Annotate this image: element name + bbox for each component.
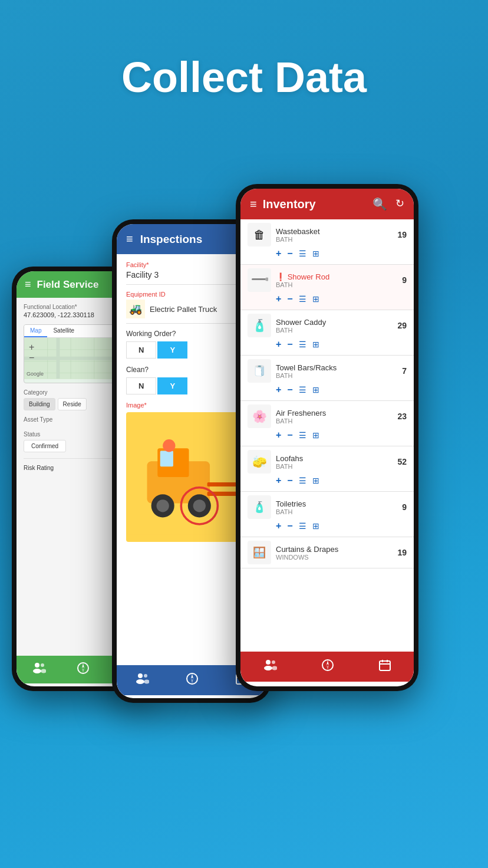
inv-item-img-curtains: 🪟 — [248, 541, 271, 564]
inv-list-icon-lo[interactable]: ☰ — [299, 476, 306, 485]
inv-item-showerrod: Shower Rod BATH 9 + − ☰ ⊞ — [240, 265, 414, 310]
inv-item-towelbars: 🧻 Towel Bars/Racks BATH 7 + − ☰ ⊞ — [240, 356, 414, 401]
svg-point-12 — [41, 669, 46, 673]
inv-item-img-wastebasket: 🗑 — [248, 223, 271, 246]
inv-item-wastebasket: 🗑 Wastebasket BATH 19 + − ☰ ⊞ — [240, 219, 414, 265]
inv-list-icon[interactable]: ☰ — [299, 249, 306, 258]
inv-item-actions-toiletries: + − ☰ ⊞ — [248, 519, 407, 533]
inv-list: 🗑 Wastebasket BATH 19 + − ☰ ⊞ — [240, 219, 414, 682]
svg-point-10 — [33, 669, 41, 673]
ins-clean-y[interactable]: Y — [157, 377, 187, 394]
inv-item-count-loofahs: 52 — [393, 457, 407, 466]
inv-grid-icon[interactable]: ⊞ — [312, 249, 319, 258]
inv-add-btn-tb[interactable]: + — [276, 384, 281, 395]
ins-nav-people[interactable] — [135, 673, 149, 688]
inv-add-btn-sc[interactable]: + — [276, 339, 281, 350]
inv-sub-btn-to[interactable]: − — [287, 521, 292, 531]
map-tab-satellite[interactable]: Satellite — [47, 325, 80, 337]
inv-sub-btn-af[interactable]: − — [287, 430, 292, 440]
inv-nav-calendar[interactable] — [378, 659, 391, 675]
inv-refresh-icon[interactable]: ↻ — [395, 197, 404, 211]
inv-item-name-showerrod: Shower Rod — [276, 272, 388, 281]
inv-list-icon-to[interactable]: ☰ — [299, 521, 306, 531]
ins-working-order-y[interactable]: Y — [157, 341, 187, 359]
inv-sub-btn-sc[interactable]: − — [287, 339, 292, 350]
inv-add-btn-sr[interactable]: + — [276, 294, 281, 304]
ins-hamburger-icon[interactable]: ≡ — [126, 232, 133, 246]
inv-item-info-curtains: Curtains & Drapes WINDOWS — [276, 545, 388, 561]
inv-grid-icon-sr[interactable]: ⊞ — [312, 294, 319, 304]
fs-status-value[interactable]: Confirmed — [24, 440, 66, 452]
fs-category-reside[interactable]: Reside — [58, 398, 87, 410]
inv-item-img-showerrod — [248, 268, 271, 292]
inv-item-count-towelbars: 7 — [393, 366, 407, 376]
inv-grid-icon-tb[interactable]: ⊞ — [312, 385, 319, 394]
inv-item-count-toiletries: 9 — [393, 502, 407, 512]
fs-category-building[interactable]: Building — [24, 398, 55, 410]
inv-item-name-towelbars: Towel Bars/Racks — [276, 363, 388, 372]
inv-grid-icon-sc[interactable]: ⊞ — [312, 340, 319, 349]
svg-point-27 — [193, 499, 206, 512]
svg-point-11 — [41, 663, 44, 667]
svg-marker-51 — [327, 665, 329, 670]
inv-grid-icon-lo[interactable]: ⊞ — [312, 476, 319, 485]
inv-item-name-airfresheners: Air Fresheners — [276, 409, 388, 417]
inv-hamburger-icon[interactable]: ≡ — [250, 198, 257, 211]
ins-working-order-n[interactable]: N — [126, 341, 156, 359]
inv-sub-btn-lo[interactable]: − — [287, 475, 292, 486]
inv-item-info-toiletries: Toiletries BATH — [276, 499, 388, 515]
inv-add-btn-af[interactable]: + — [276, 430, 281, 440]
phone-inventory: ≡ Inventory 🔍 ↻ 🗑 Wastebasket BATH — [236, 184, 418, 691]
inv-bottom-nav — [240, 652, 414, 682]
ins-nav-compass[interactable] — [186, 672, 199, 688]
svg-point-30 — [163, 439, 175, 452]
inv-app-title: Inventory — [263, 198, 316, 211]
inv-item-cat-towelbars: BATH — [276, 372, 388, 379]
inv-item-count-airfresheners: 23 — [393, 412, 407, 421]
inv-item-toiletries: 🧴 Toiletries BATH 9 + − ☰ ⊞ — [240, 492, 414, 537]
inv-sub-btn-tb[interactable]: − — [287, 384, 292, 395]
inv-item-cat-toiletries: BATH — [276, 508, 388, 515]
inv-search-icon[interactable]: 🔍 — [372, 197, 387, 211]
inv-list-icon-tb[interactable]: ☰ — [299, 385, 306, 394]
map-tab-map[interactable]: Map — [24, 325, 47, 337]
inv-item-info-airfresheners: Air Fresheners BATH — [276, 409, 388, 425]
svg-point-44 — [265, 278, 268, 281]
inv-nav-people[interactable] — [263, 659, 277, 674]
inv-grid-icon-af[interactable]: ⊞ — [312, 430, 319, 440]
inv-list-icon-sr[interactable]: ☰ — [299, 294, 306, 304]
inv-item-info-showercaddy: Shower Caddy BATH — [276, 318, 388, 334]
map-zoom-out[interactable]: − — [29, 353, 34, 363]
inv-add-btn-lo[interactable]: + — [276, 475, 281, 486]
inv-item-name-wastebasket: Wastebasket — [276, 227, 388, 236]
hamburger-icon[interactable]: ≡ — [25, 278, 31, 291]
inv-item-name-loofahs: Loofahs — [276, 454, 388, 463]
fs-nav-people[interactable] — [32, 662, 46, 677]
inv-list-icon-af[interactable]: ☰ — [299, 430, 306, 440]
inv-item-loofahs: 🧽 Loofahs BATH 52 + − ☰ ⊞ — [240, 446, 414, 492]
inv-nav-compass[interactable] — [321, 659, 334, 675]
inv-item-actions-towelbars: + − ☰ ⊞ — [248, 383, 407, 397]
svg-point-9 — [35, 663, 39, 668]
inv-item-actions-loofahs: + − ☰ ⊞ — [248, 474, 407, 488]
map-zoom-in[interactable]: + — [29, 343, 34, 352]
inv-item-airfresheners: 🌸 Air Fresheners BATH 23 + − ☰ ⊞ — [240, 401, 414, 446]
ins-app-title: Inspections — [140, 233, 203, 246]
inv-item-cat-showercaddy: BATH — [276, 327, 388, 334]
inv-add-btn[interactable]: + — [276, 248, 281, 259]
inv-sub-btn-sr[interactable]: − — [287, 294, 292, 304]
inv-sub-btn[interactable]: − — [287, 248, 292, 259]
svg-point-48 — [272, 666, 277, 670]
inv-item-count-showercaddy: 29 — [393, 321, 407, 330]
ins-clean-n[interactable]: N — [126, 377, 156, 394]
fs-risk-label: Risk Rating — [24, 465, 54, 471]
inv-item-img-showercaddy: 🧴 — [248, 314, 271, 337]
inv-item-info-loofahs: Loofahs BATH — [276, 454, 388, 470]
inv-add-btn-to[interactable]: + — [276, 521, 281, 531]
inv-list-icon-sc[interactable]: ☰ — [299, 340, 306, 349]
inv-grid-icon-to[interactable]: ⊞ — [312, 521, 319, 531]
svg-rect-29 — [160, 451, 173, 467]
fs-nav-compass[interactable] — [77, 662, 90, 678]
inv-item-actions-airfresheners: + − ☰ ⊞ — [248, 428, 407, 442]
inv-item-info-towelbars: Towel Bars/Racks BATH — [276, 363, 388, 379]
